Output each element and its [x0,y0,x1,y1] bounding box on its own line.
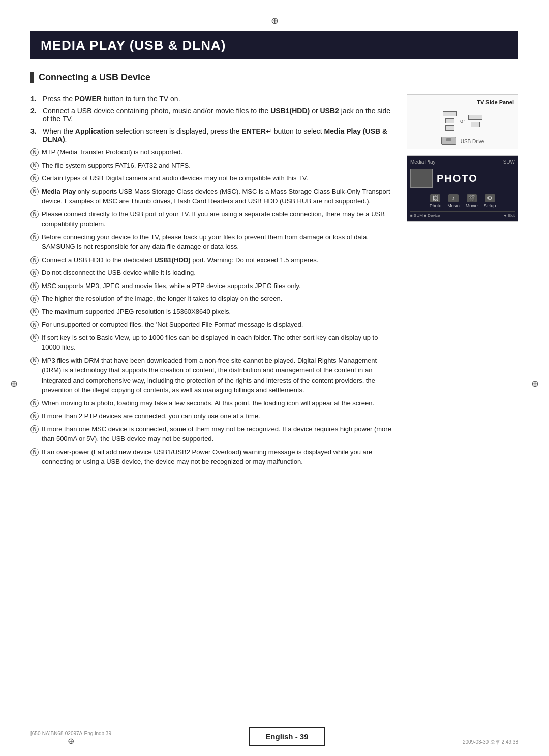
note-10-text: The higher the resolution of the image, … [42,294,282,304]
note-8: N Do not disconnect the USB device while… [30,268,396,278]
note-10: N The higher the resolution of the image… [30,294,396,304]
step-1: 1. Press the POWER button to turn the TV… [30,94,396,103]
section-header: Connecting a USB Device [30,72,518,86]
step-3: 3. When the Application selection screen… [30,127,396,143]
footer-right: 2009-03-30 오후 2:49:38 [463,739,518,746]
usb-drive-body [441,137,456,145]
media-nav-bar: ■ SUM ■ Device ◄ Exit [410,211,515,218]
setup-label: Setup [484,203,496,208]
note-4: N Media Play only supports USB Mass Stor… [30,186,396,206]
note-1-text: MTP (Media Transfer Protocol) is not sup… [42,147,182,158]
note-icon: N [30,210,39,218]
page-footer: [650-NA]BN68-02097A-Eng.indb 39 ⊕ Englis… [0,727,549,746]
step-2-num: 2. [30,107,40,123]
step-1-num: 1. [30,94,40,103]
media-screen-device: SUW [503,159,515,165]
page-title-bar: MEDIA PLAY (USB & DLNA) [30,32,518,59]
usb-plug [446,138,451,141]
section-title: Connecting a USB Device [39,72,150,83]
note-5: N Please connect directly to the USB por… [30,209,396,229]
note-icon: N [30,162,39,170]
usb-drive-label: USB Drive [461,139,484,144]
step-1-text: Press the POWER button to turn the TV on… [43,94,180,103]
numbered-steps-list: 1. Press the POWER button to turn the TV… [30,94,396,143]
note-17: N If more than one MSC device is connect… [30,424,396,444]
note-7-text: Connect a USB HDD to the dedicated USB1(… [42,255,318,265]
photo-label: Photo [430,203,442,208]
step-3-text: When the Application selection screen is… [43,127,396,143]
notes-list: N MTP (Media Transfer Protocol) is not s… [30,147,396,467]
footer-file-info: [650-NA]BN68-02097A-Eng.indb 39 [30,731,111,736]
note-icon: N [30,308,39,316]
note-icon: N [30,174,39,182]
note-17-text: If more than one MSC device is connected… [42,424,396,444]
tv-side-panel-label: TV Side Panel [411,99,514,105]
top-compass-icon: ⊕ [30,15,518,26]
note-6: N Before connecting your device to the T… [30,232,396,252]
media-screen-body: PHOTO [410,167,515,190]
media-icon-movie: 🎬 Movie [466,194,478,208]
step-2: 2. Connect a USB device containing photo… [30,107,396,123]
note-14-text: MP3 files with DRM that have been downlo… [42,356,396,395]
note-3: N Certain types of USB Digital camera an… [30,173,396,183]
media-screen-thumbnail [410,169,433,188]
usb-drive-group [468,115,482,127]
note-2: N The file system supports FAT16, FAT32 … [30,161,396,171]
movie-label: Movie [466,203,478,208]
note-18: N If an over-power (Fail add new device … [30,447,396,467]
step-2-text: Connect a USB device containing photo, m… [43,107,396,123]
right-compass-icon: ⊕ [531,378,539,389]
music-icon-shape: ♪ [448,194,459,202]
media-icon-photo: 🖼 Photo [430,194,442,208]
note-icon: N [30,448,39,456]
port-small-1 [445,118,454,123]
note-11-text: The maximum supported JPEG resolution is… [42,307,231,317]
port-wide-2 [468,115,482,120]
image-column: TV Side Panel or [407,94,518,470]
media-icon-setup: ⚙ Setup [484,194,496,208]
note-icon: N [30,148,39,156]
note-15: N When moving to a photo, loading may ta… [30,398,396,408]
port-group-1 [443,111,457,131]
english-badge: English - 39 [249,727,324,746]
usb-drive-row: USB Drive [411,137,514,145]
note-16-text: If more than 2 PTP devices are connected… [42,411,260,421]
note-9: N MSC supports MP3, JPEG and movie files… [30,281,396,291]
main-content: 1. Press the POWER button to turn the TV… [30,94,518,470]
note-icon: N [30,187,39,196]
note-icon: N [30,425,39,433]
note-13-text: If sort key is set to Basic View, up to … [42,333,396,353]
photo-icon-shape: 🖼 [430,194,440,202]
note-9-text: MSC supports MP3, JPEG and movie files, … [42,281,301,291]
note-4-text: Media Play only supports USB Mass Storag… [42,186,396,206]
page-container: ⊕ ⊕ ⊕ MEDIA PLAY (USB & DLNA) Connecting… [0,0,549,756]
media-icon-music: ♪ Music [447,194,460,208]
note-14: N MP3 files with DRM that have been down… [30,356,396,395]
media-nav-left: ■ SUM ■ Device [410,213,440,218]
note-1: N MTP (Media Transfer Protocol) is not s… [30,147,396,158]
setup-icon-shape: ⚙ [485,194,495,202]
note-8-text: Do not disconnect the USB device while i… [42,268,196,278]
footer-center: English - 39 [249,727,324,746]
media-screen-header: Media Play SUW [410,159,515,165]
movie-icon-shape: 🎬 [467,194,477,202]
media-nav-right: ◄ Exit [503,213,515,218]
note-16: N If more than 2 PTP devices are connect… [30,411,396,421]
note-12-text: For unsupported or corrupted files, the … [42,320,303,330]
note-2-text: The file system supports FAT16, FAT32 an… [42,161,191,171]
note-icon: N [30,399,39,407]
note-13: N If sort key is set to Basic View, up t… [30,333,396,353]
tv-panel-illustration: or [411,108,514,134]
port-group-2 [468,115,482,127]
note-15-text: When moving to a photo, loading may take… [42,398,374,408]
port-small-2 [445,125,454,131]
note-icon: N [30,233,39,241]
note-icon: N [30,334,39,342]
port-wide [443,111,457,116]
music-label: Music [447,203,460,208]
note-5-text: Please connect directly to the USB port … [42,209,396,229]
note-11: N The maximum supported JPEG resolution … [30,307,396,317]
media-screen-title-text: Media Play [410,159,435,165]
note-icon: N [30,321,39,329]
text-column: 1. Press the POWER button to turn the TV… [30,94,396,470]
